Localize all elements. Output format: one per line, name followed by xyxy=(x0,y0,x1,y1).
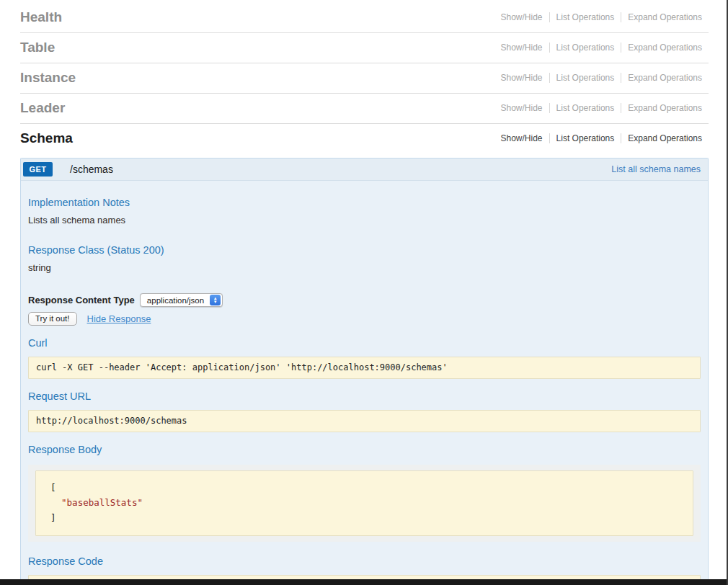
response-body-heading: Response Body xyxy=(28,444,701,455)
response-content-type-row: Response Content Type application/json ▲… xyxy=(28,293,701,307)
section-title-leader[interactable]: Leader xyxy=(20,100,65,116)
list-operations-link[interactable]: List Operations xyxy=(549,103,621,113)
select-stepper-icon: ▲▼ xyxy=(210,295,221,305)
expand-operations-link[interactable]: Expand Operations xyxy=(621,43,709,53)
request-url-block: http://localhost:9000/schemas xyxy=(28,410,701,432)
operation-content: Implementation Notes Lists all schema na… xyxy=(21,181,708,585)
response-code-heading: Response Code xyxy=(28,555,701,567)
resource-section-table: Table Show/Hide List Operations Expand O… xyxy=(20,33,709,63)
section-links: Show/Hide List Operations Expand Operati… xyxy=(494,43,709,53)
hide-response-link[interactable]: Hide Response xyxy=(87,313,151,324)
response-class-heading: Response Class (Status 200) xyxy=(28,244,701,256)
list-operations-link[interactable]: List Operations xyxy=(549,133,621,143)
resource-section-leader: Leader Show/Hide List Operations Expand … xyxy=(20,94,709,123)
operation-path-link[interactable]: /schemas xyxy=(70,164,113,175)
section-title-health[interactable]: Health xyxy=(20,9,62,25)
section-title-table[interactable]: Table xyxy=(20,40,55,55)
implementation-notes-heading: Implementation Notes xyxy=(28,197,701,208)
curl-heading: Curl xyxy=(28,337,701,349)
show-hide-link[interactable]: Show/Hide xyxy=(494,103,549,113)
response-body-block: [ "baseballStats" ] xyxy=(28,465,701,542)
selected-content-type: application/json xyxy=(147,296,204,305)
expand-operations-link[interactable]: Expand Operations xyxy=(621,12,709,22)
http-method-badge[interactable]: GET xyxy=(23,162,53,177)
section-links: Show/Hide List Operations Expand Operati… xyxy=(494,73,709,83)
operation-summary-link[interactable]: List all schema names xyxy=(611,164,701,174)
expand-operations-link[interactable]: Expand Operations xyxy=(621,103,709,113)
json-bracket-open: [ xyxy=(50,482,56,493)
show-hide-link[interactable]: Show/Hide xyxy=(494,73,549,83)
try-it-out-button[interactable]: Try it out! xyxy=(28,312,77,326)
list-operations-link[interactable]: List Operations xyxy=(549,43,621,53)
expand-operations-link[interactable]: Expand Operations xyxy=(621,73,709,83)
implementation-notes-text: Lists all schema names xyxy=(28,215,701,225)
swagger-resources-list: Health Show/Hide List Operations Expand … xyxy=(20,0,709,585)
response-content-type-select[interactable]: application/json ▲▼ xyxy=(140,293,223,307)
request-url-heading: Request URL xyxy=(28,390,701,402)
section-links: Show/Hide List Operations Expand Operati… xyxy=(494,12,709,22)
operation-get-schemas: GET /schemas List all schema names Imple… xyxy=(20,158,709,585)
show-hide-link[interactable]: Show/Hide xyxy=(494,43,549,53)
resource-section-schema: Schema Show/Hide List Operations Expand … xyxy=(20,124,709,153)
list-operations-link[interactable]: List Operations xyxy=(549,12,621,22)
expand-operations-link[interactable]: Expand Operations xyxy=(621,133,709,143)
show-hide-link[interactable]: Show/Hide xyxy=(494,133,549,143)
show-hide-link[interactable]: Show/Hide xyxy=(494,12,549,22)
window-bottom-edge xyxy=(0,579,727,585)
operation-actions-row: Try it out! Hide Response xyxy=(28,312,701,326)
response-content-type-label: Response Content Type xyxy=(28,295,135,305)
json-string-value: "baseballStats" xyxy=(61,497,143,508)
section-title-instance[interactable]: Instance xyxy=(20,70,76,86)
response-body-json: [ "baseballStats" ] xyxy=(35,470,693,536)
operation-heading: GET /schemas List all schema names xyxy=(21,158,708,181)
response-class-value: string xyxy=(28,262,701,273)
resource-section-instance: Instance Show/Hide List Operations Expan… xyxy=(20,63,709,93)
curl-command-block: curl -X GET --header 'Accept: applicatio… xyxy=(28,357,701,379)
section-links: Show/Hide List Operations Expand Operati… xyxy=(494,103,709,113)
resource-section-health: Health Show/Hide List Operations Expand … xyxy=(20,3,709,32)
json-bracket-close: ] xyxy=(50,512,56,523)
section-links: Show/Hide List Operations Expand Operati… xyxy=(494,133,709,143)
list-operations-link[interactable]: List Operations xyxy=(549,73,621,83)
section-title-schema[interactable]: Schema xyxy=(20,130,73,146)
